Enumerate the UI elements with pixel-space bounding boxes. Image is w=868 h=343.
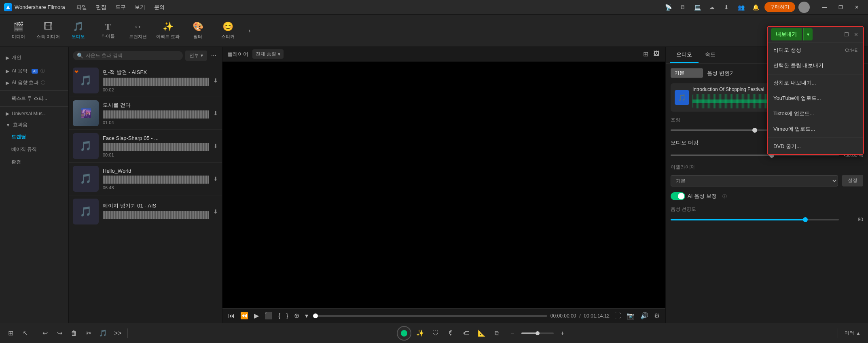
download-icon[interactable]: ⬇ [213,208,218,215]
download-icon[interactable]: ⬇ [213,143,218,149]
toolbar-filter[interactable]: 🎨 필터 [184,18,212,44]
export-minimize-icon[interactable]: — [832,32,841,38]
export-item-dvd[interactable]: DVD 굽기... [768,139,863,154]
toolbar-media[interactable]: 🎬 미디어 [4,18,32,44]
play-icon[interactable]: ▶ [252,311,260,320]
sidebar-item-environment[interactable]: 환경 [0,156,68,168]
eq-select[interactable]: 기본 [671,175,838,186]
export-close-icon[interactable]: ✕ [852,32,860,38]
sidebar-item-ai-music[interactable]: ▶ AI 음악 AI ⓘ [0,65,68,77]
toolbar-stock[interactable]: 🎞 스톡 미디어 [34,18,62,44]
cursor-tool-icon[interactable]: ↖ [19,327,32,340]
download-icon[interactable]: ⬇ [213,176,218,182]
volume-icon[interactable]: 🔊 [639,311,650,320]
export-item-selected-clip[interactable]: 선택한 클립 내보내기 [768,58,863,73]
sidebar-item-effects-sound[interactable]: ▼ 효과음 [0,119,68,131]
quality-selector[interactable]: 전체 품질 ▾ [252,49,284,59]
toolbar-more-button[interactable]: › [243,25,256,37]
delete-icon[interactable]: 🗑 [68,327,80,340]
mark-in-icon[interactable]: { [277,311,282,320]
sidebar-item-universal[interactable]: ▶ Universal Mus... [0,108,68,119]
menu-view[interactable]: 보기 [131,2,149,13]
toolbar-effects[interactable]: ✨ 이펙트 효과 [154,18,182,44]
download-icon[interactable]: ⬇ [213,110,218,116]
close-button[interactable]: ✕ [849,2,864,13]
toolbar-titles[interactable]: T 타이틀 [94,18,122,44]
meter-button[interactable]: 미터 ▲ [841,328,864,338]
split-icon[interactable]: 📐 [475,327,488,340]
export-item-youtube[interactable]: YouTube에 업로드... [768,91,863,106]
grid-tool-icon[interactable]: ⊞ [4,327,17,340]
avatar[interactable] [798,2,810,13]
list-item[interactable]: 🎵 Face Slap-Sharp 05 - ... 00:01 ⬇ [69,130,222,163]
stop-icon[interactable]: ⬛ [263,311,274,320]
effects-tool-icon[interactable]: ✨ [414,327,427,340]
menu-help[interactable]: 문의 [150,2,169,13]
mic-icon[interactable]: 🎙 [445,327,457,340]
tab-audio[interactable]: 오디오 [670,47,699,63]
toolbar-audio[interactable]: 🎵 오디오 [64,18,92,44]
download-icon[interactable]: ⬇ [213,77,218,84]
monitor-icon[interactable]: 💻 [692,2,703,13]
more-tools-icon[interactable]: >> [111,327,124,340]
export-item-generate-video[interactable]: 비디오 생성 Ctrl+E [768,42,863,58]
buy-button[interactable]: 구매하기 [764,2,795,12]
step-back-icon[interactable]: ⏪ [239,311,250,320]
list-item[interactable]: 🎵 Hello_World 06:48 ⬇ [69,163,222,195]
pip-icon[interactable]: ⧉ [491,327,504,340]
redo-icon[interactable]: ↪ [53,327,66,340]
record-button[interactable] [397,326,411,341]
maximize-button[interactable]: ❐ [833,2,848,13]
chevron-down-icon[interactable]: ▾ [303,311,310,320]
undo-icon[interactable]: ↩ [38,327,51,340]
cut-icon[interactable]: ✂ [82,327,95,340]
search-input[interactable] [86,53,179,58]
sidebar-item-text-to-speech[interactable]: 텍스트 투 스피... [0,92,68,105]
sidebar-item-personal[interactable]: ▶ 개인 [0,52,68,64]
projects-icon[interactable]: 🖥 [677,2,688,13]
skip-back-icon[interactable]: ⏮ [227,311,236,320]
export-maximize-icon[interactable]: ❐ [843,32,851,38]
grid-view-icon[interactable]: ⊞ [642,49,649,59]
full-screen-icon[interactable]: ⛶ [613,311,622,320]
sidebar-item-ai-sound[interactable]: ▶ AI 음향 효과 ⓘ [0,77,68,89]
audio-detach-icon[interactable]: 🎵 [97,327,110,340]
add-marker-icon[interactable]: ⊕ [292,311,301,320]
sidebar-item-basic-music[interactable]: 베이직 뮤직 [0,143,68,156]
list-item[interactable]: 🌆 도시를 걷다 01:04 ⬇ [69,97,222,130]
export-item-vimeo[interactable]: Vimeo에 업로드... [768,121,863,137]
list-item[interactable]: 🎵 페이지 넘기기 01 - AIS ⬇ [69,195,222,228]
settings-button[interactable]: 설정 [842,175,863,186]
image-icon[interactable]: 🖼 [652,49,661,59]
tag-icon[interactable]: 🏷 [460,327,473,340]
screen-cast-icon[interactable]: 📡 [663,2,674,13]
download-icon[interactable]: ⬇ [721,2,732,13]
volume-slider[interactable] [521,332,554,334]
clarity-slider[interactable] [671,219,839,220]
snapshot-icon[interactable]: 📷 [625,311,636,320]
menu-file[interactable]: 파일 [72,2,91,13]
zoom-in-icon[interactable]: + [556,327,569,340]
minimize-button[interactable]: — [817,2,832,13]
list-item[interactable]: ❤ 🎵 민-적 발견 - AISFX 00:02 ⬇ [69,64,222,97]
mark-out-icon[interactable]: } [284,311,290,320]
shield-icon[interactable]: 🛡 [429,327,442,340]
people-icon[interactable]: 👥 [735,2,747,13]
export-main-button[interactable]: 내보내기 [771,28,802,40]
settings-icon[interactable]: ⚙ [652,311,661,320]
toolbar-sticker[interactable]: 😊 스티커 [214,18,242,44]
export-item-tiktok[interactable]: Tiktok에 업로드... [768,106,863,121]
export-item-device[interactable]: 장치로 내보내기... [768,75,863,91]
toolbar-transition[interactable]: ↔ 트랜지션 [124,18,152,44]
cloud-icon[interactable]: ☁ [706,2,718,13]
notification-icon[interactable]: 🔔 [750,2,761,13]
menu-tools[interactable]: 도구 [111,2,130,13]
ai-voice-toggle[interactable] [671,192,685,200]
filter-button[interactable]: 전부 ▾ [185,51,207,61]
tab-speed[interactable]: 속도 [699,47,722,63]
progress-bar[interactable] [313,315,547,317]
zoom-out-icon[interactable]: − [506,327,519,340]
sidebar-item-trending[interactable]: 트렌딩 [0,131,68,143]
more-options-button[interactable]: ··· [210,50,218,61]
menu-edit[interactable]: 편집 [92,2,110,13]
